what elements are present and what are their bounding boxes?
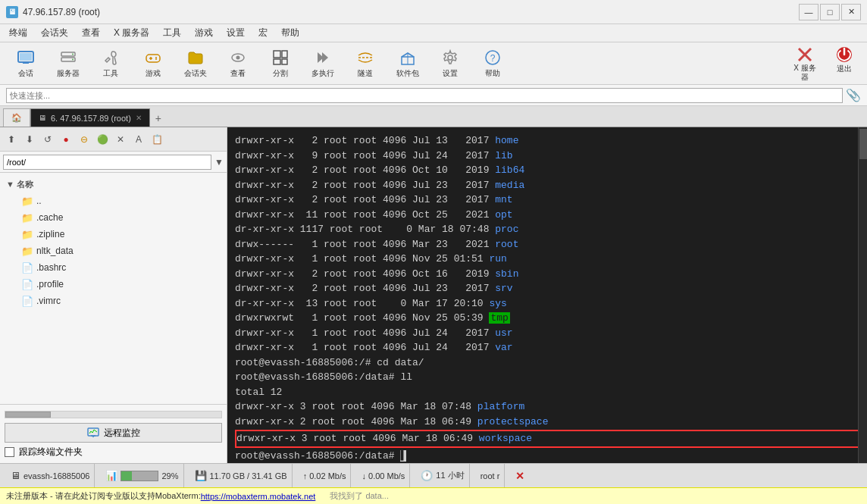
home-icon: 🏠 [11,113,22,123]
server-label: 服务器 [57,68,80,79]
tree-item-parent[interactable]: 📁 .. [0,193,227,209]
tree-item-profile[interactable]: 📄 .profile [0,276,227,293]
menu-terminal[interactable]: 终端 [3,25,33,42]
tree-item-profile-label: .profile [36,279,64,290]
sidebar-btn-red[interactable]: ● [58,131,74,148]
toolbar-games-button[interactable]: 游戏 [133,45,173,82]
quick-connect-bar: 📎 [0,85,867,106]
unregistered-bar: 未注册版本 - 请在此处订阅专业版以支持MobaXterm: https://m… [0,487,867,504]
toolbar-view-button[interactable]: 查看 [218,45,258,82]
menu-games[interactable]: 游戏 [189,25,219,42]
tools-icon [102,49,120,67]
split-icon [271,49,290,67]
term-line: drwxrwxrwt 1 root root 4096 Nov 25 05:39… [235,311,859,326]
svg-marker-19 [322,52,328,63]
toolbar-server-button[interactable]: 服务器 [49,45,88,82]
svg-text:?: ? [490,53,496,64]
minimize-button[interactable]: — [799,4,818,20]
status-cpu-icon: 📊 [105,470,117,481]
toolbar-split-button[interactable]: 分割 [261,45,300,82]
term-line: drwxr-xr-x 2 root root 4096 Jul 23 2017 … [235,281,859,296]
tree-item-vimrc[interactable]: 📄 .vimrc [0,293,227,309]
tabs-bar: 🏠 🖥 6. 47.96.157.89 (root) ✕ + [0,106,867,127]
toolbar-tools-button[interactable]: 工具 [91,45,130,82]
highlighted-workspace-row: drwxr-xr-x 3 root root 4096 Mar 18 06:49… [235,430,859,448]
toolbar-help-button[interactable]: ? 帮助 [473,45,512,82]
menu-help[interactable]: 帮助 [275,25,305,42]
tab-session-1[interactable]: 🖥 6. 47.96.157.89 (root) ✕ [30,108,150,127]
svg-rect-2 [23,62,29,64]
tree-item-cache[interactable]: 📁 .cache [0,209,227,226]
unregistered-link[interactable]: https://mobaxterm.mobatek.net [201,492,316,501]
horizontal-scrollbar[interactable] [5,411,222,418]
term-line: drwxr-xr-x 2 root root 4096 Jul 23 2017 … [235,193,859,208]
content-area: ⬆ ⬇ ↺ ● ⊖ 🟢 ✕ A 📋 ▼ ▼ 名称 [0,127,867,463]
sidebar-btn-refresh[interactable]: ↺ [39,131,56,148]
games-icon [144,49,162,67]
path-input[interactable] [3,155,211,170]
status-upload-label: ↑ 0.02 Mb/s [303,471,346,481]
x-services-button[interactable]: X 服务器 [785,45,825,82]
status-disk-icon: 💾 [195,470,207,481]
exit-button[interactable]: 退出 [828,45,861,82]
sidebar-btn-rename[interactable]: A [130,131,147,148]
svg-rect-17 [282,59,287,64]
path-arrow-icon[interactable]: ▼ [214,157,224,167]
remote-monitor-label: 远程监控 [104,427,140,440]
sidebar-btn-green[interactable]: 🟢 [94,131,111,148]
term-line: drwxr-xr-x 11 root root 4096 Oct 25 2021… [235,208,859,223]
maximize-button[interactable]: □ [820,4,840,20]
menu-xserver[interactable]: X 服务器 [108,25,155,42]
menu-settings[interactable]: 设置 [221,25,251,42]
app-window: 🖥 47.96.157.89 (root) — □ ✕ 终端 会话夹 查看 X … [0,0,867,504]
svg-rect-15 [282,51,287,58]
menu-view[interactable]: 查看 [76,25,106,42]
track-files-label: 跟踪终端文件夹 [19,446,83,459]
session-label: 会话 [18,68,33,79]
menu-sessions[interactable]: 会话夹 [35,25,74,42]
menu-macro[interactable]: 宏 [252,25,274,42]
sidebar-btn-down[interactable]: ⬇ [21,131,38,148]
tab-close-button[interactable]: ✕ [136,114,142,122]
exit-label: 退出 [837,64,852,74]
view-label: 查看 [230,68,246,79]
toolbar-multiexec-button[interactable]: 多执行 [303,45,343,82]
term-line: drwxr-xr-x 2 root root 4096 Oct 16 2019 … [235,267,859,282]
unregistered-suffix: 我找到了 data... [321,490,389,502]
sidebar-btn-delete[interactable]: ✕ [112,131,129,148]
tab-add-button[interactable]: + [150,110,167,127]
app-icon: 🖥 [6,6,18,18]
tree-item-zipline[interactable]: 📁 .zipline [0,226,227,243]
tab-session-label: 6. 47.96.157.89 (root) [51,114,131,123]
status-upload: ↑ 0.02 Mb/s [299,464,352,487]
tab-home[interactable]: 🏠 [3,108,30,127]
terminal-scrollbar[interactable] [858,127,867,463]
track-files-checkbox[interactable] [5,447,14,457]
tree-item-bashrc[interactable]: 📄 .bashrc [0,259,227,276]
term-line-platform: drwxr-xr-x 3 root root 4096 Mar 18 07:48… [235,399,859,415]
quick-connect-input[interactable] [6,88,843,103]
sidebar-btn-copy[interactable]: 📋 [149,131,165,148]
remote-monitor-button[interactable]: 远程监控 [5,423,222,443]
tree-item-nltk[interactable]: 📁 nltk_data [0,243,227,259]
terminal-container: drwxr-xr-x 2 root root 4096 Jul 13 2017 … [227,127,867,463]
terminal[interactable]: drwxr-xr-x 2 root root 4096 Jul 13 2017 … [227,127,867,463]
status-time-icon: 🕐 [421,470,433,481]
attach-icon: 📎 [846,88,861,102]
toolbar-packages-button[interactable]: 软件包 [388,45,427,82]
toolbar-tunnel-button[interactable]: 隧道 [346,45,385,82]
status-close[interactable]: ✕ [511,464,529,487]
multiexec-label: 多执行 [311,68,334,79]
menu-tools[interactable]: 工具 [157,25,187,42]
sidebar-btn-orange[interactable]: ⊖ [76,131,92,148]
toolbar-sessionfolder-button[interactable]: 会话夹 [176,45,215,82]
settings-label: 设置 [443,68,458,79]
sidebar-btn-up[interactable]: ⬆ [3,131,20,148]
status-cpu-fill [121,471,132,481]
toolbar-settings-button[interactable]: 设置 [430,45,470,82]
file-tree: ▼ 名称 📁 .. 📁 .cache 📁 .zipline [0,173,227,404]
term-line: dr-xr-xr-x 1117 root root 0 Mar 18 07:48… [235,222,859,237]
close-button[interactable]: ✕ [841,4,861,20]
folder-cache-icon: 📁 [21,212,33,224]
toolbar-session-button[interactable]: 会话 [6,45,45,82]
